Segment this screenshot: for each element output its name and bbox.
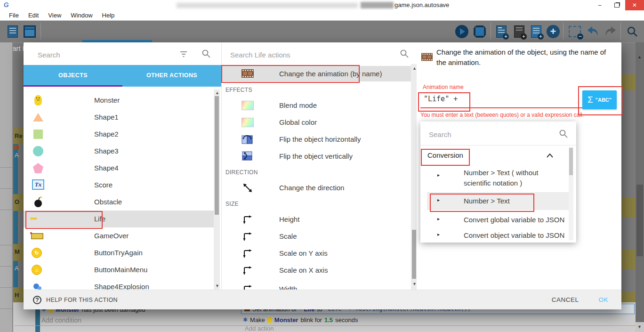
close-button[interactable]: ✕ (625, 0, 644, 10)
object-row-score[interactable]: Tx Score (24, 177, 214, 194)
scrollbar-thumb[interactable] (215, 96, 219, 215)
add-condition-link[interactable]: Add condition (41, 316, 81, 324)
menu-window[interactable]: Window (66, 12, 97, 19)
scroll-down-icon[interactable]: ▼ (412, 282, 417, 286)
expression-item[interactable]: ▸ Convert object variable to JSON (420, 228, 569, 243)
remove-selection-icon[interactable]: − (567, 24, 583, 40)
event-comment-row: Re (13, 128, 24, 144)
action-label: Global color (279, 118, 317, 126)
circle-icon (32, 145, 44, 157)
expression-search-input[interactable] (428, 128, 547, 140)
scrollbar-thumb[interactable] (412, 230, 416, 279)
group-label: Conversion (427, 151, 463, 159)
scrollbar-thumb[interactable] (569, 148, 573, 175)
play-icon[interactable] (454, 24, 470, 40)
doc-plus-icon: + (496, 25, 507, 38)
objects-search-input[interactable] (37, 48, 170, 61)
action-row-scale[interactable]: Scale (222, 228, 410, 245)
plus-circle-icon: + (547, 25, 560, 38)
object-row-gameover[interactable]: GameOver (24, 227, 214, 244)
action-row-height[interactable]: Height (222, 211, 410, 228)
add-event-icon[interactable]: + (493, 24, 509, 40)
expression-item[interactable]: ▸ Number > Text ( without scientific not… (420, 165, 569, 192)
tab-objects[interactable]: OBJECTS (24, 65, 122, 85)
animation-name-input[interactable] (423, 92, 580, 105)
object-row-shape4explosion[interactable]: Shape4Explosion (24, 278, 214, 290)
object-row-shape1[interactable]: Shape1 (24, 109, 214, 126)
menu-view[interactable]: View (44, 12, 65, 19)
add-comment-icon[interactable]: + (511, 24, 527, 40)
add-subevent-icon[interactable]: + (528, 24, 544, 40)
scroll-up-icon[interactable]: ▲ (215, 90, 219, 95)
action-row-flip-horizontally[interactable]: Flip the object horizontally (222, 131, 410, 148)
search-icon[interactable] (624, 24, 640, 40)
text-object-icon: Tx (32, 179, 44, 190)
action-row-global-color[interactable]: Global color (222, 114, 410, 131)
app-window: G game.json.autosave – ✕ File Edit View … (0, 0, 644, 332)
action-row-change-direction[interactable]: Change the direction (222, 179, 410, 196)
object-row-shape3[interactable]: Shape3 (24, 143, 214, 160)
action-icon: ✱ (243, 316, 248, 323)
event-comment-row: M (13, 244, 24, 261)
actions-search-input[interactable] (229, 48, 386, 61)
undo-icon[interactable] (585, 24, 601, 40)
minimize-button[interactable]: – (591, 0, 608, 10)
menu-edit[interactable]: Edit (24, 12, 43, 19)
action-text: Make (250, 316, 265, 324)
menu-help[interactable]: Help (98, 12, 119, 19)
expression-popup: Conversion ▸ Number > Text ( without sci… (420, 121, 576, 243)
scroll-up-icon[interactable]: ▲ (637, 55, 642, 59)
magnifier-icon (626, 25, 638, 38)
expression-group-conversion[interactable]: Conversion (420, 148, 569, 165)
add-other-icon[interactable]: + (545, 24, 561, 40)
search-icon[interactable] (201, 49, 211, 58)
chevron-up-icon (547, 154, 553, 158)
action-row-blend-mode[interactable]: Blend mode (222, 97, 410, 114)
expression-builder-button[interactable]: Σ "ABC" (582, 90, 617, 109)
action-row-width[interactable]: Width (222, 281, 410, 290)
scroll-down-icon[interactable]: ▼ (215, 283, 219, 288)
square-icon (32, 128, 44, 140)
expand-triangle-icon: ▸ (437, 172, 440, 178)
action-row-scale-x[interactable]: Scale on X axis (222, 262, 410, 279)
add-action-link[interactable]: Add action (245, 325, 274, 332)
action-row-selected[interactable]: Change the animation (by name) (222, 66, 411, 81)
scene-editor-icon[interactable] (22, 24, 38, 40)
object-row-buttontryagain[interactable]: ↻ ButtonTryAgain (24, 244, 214, 261)
active-tab-underline (24, 85, 122, 87)
menu-file[interactable]: File (5, 12, 23, 19)
film-icon (421, 53, 433, 61)
object-row-shape4[interactable]: Shape4 (24, 160, 214, 177)
action-label: Flip the object horizontally (279, 135, 361, 143)
object-row-buttonmainmenu[interactable]: ⌂ ButtonMainMenu (24, 261, 214, 278)
ok-button[interactable]: OK (598, 296, 608, 303)
expression-label: Convert global variable to JSON (464, 216, 564, 224)
redo-icon[interactable] (603, 24, 619, 40)
filter-icon[interactable] (179, 51, 188, 57)
search-icon[interactable] (559, 129, 568, 138)
scrollbar-thumb[interactable] (636, 185, 643, 256)
expression-item-selected[interactable]: ▸ Number > Text (427, 192, 569, 210)
object-row-life-selected[interactable]: ♥♥♥ Life (24, 211, 214, 227)
object-row-monster[interactable]: Monster (24, 92, 214, 109)
search-icon[interactable] (400, 49, 409, 58)
cancel-button[interactable]: CANCEL (552, 296, 579, 303)
direction-arrow-icon (242, 183, 253, 193)
expression-item[interactable]: ▸ Convert global variable to JSON (420, 212, 569, 228)
tab-other-actions[interactable]: OTHER ACTIONS (122, 65, 221, 85)
object-row-obstacle[interactable]: Obstacle (24, 194, 214, 211)
action-row-scale-y[interactable]: Scale on Y axis (222, 245, 410, 262)
object-label: GameOver (94, 232, 129, 240)
scroll-up-icon[interactable]: ▲ (412, 66, 417, 71)
debug-icon[interactable] (472, 24, 488, 40)
action-row-flip-vertically[interactable]: Flip the object vertically (222, 148, 410, 165)
maximize-button[interactable] (608, 0, 625, 10)
help-link[interactable]: HELP FOR THIS ACTION (46, 297, 118, 303)
scroll-down-icon[interactable]: ▼ (637, 324, 642, 329)
actions-panel: Change the animation (by name) EFFECTS B… (221, 42, 417, 290)
event-action-row[interactable]: ✱ Make Monster blink for 1.5 seconds (243, 316, 358, 324)
redacted-title-text (361, 2, 394, 8)
project-events-icon[interactable] (5, 24, 21, 40)
object-row-shape2[interactable]: Shape2 (24, 126, 214, 143)
object-label: ButtonTryAgain (94, 249, 143, 257)
